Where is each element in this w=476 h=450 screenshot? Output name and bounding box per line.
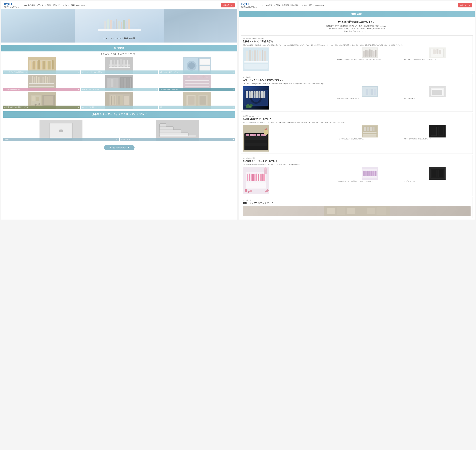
case-study-5: 株式会社Y様 眼鏡・サングラスディスプレイ xyxy=(241,197,473,218)
product-card-7[interactable]: 住宅什器（ドアノブ）展示ディスプレイ xyxy=(3,92,80,109)
case3-sub-text1: レーザーで彫刻しますので自由な雰囲気が可能です。 xyxy=(337,138,403,140)
product-card-4[interactable]: ネイルケア多層陳列ケース xyxy=(3,75,80,91)
svg-rect-1 xyxy=(98,29,141,31)
svg-point-208 xyxy=(250,189,252,192)
case4-sub-text1: ブロックに並べられているので自由にレイアウトすることができます。 xyxy=(337,180,403,182)
svg-rect-158 xyxy=(263,91,265,98)
product-grid: ファーバーカステル色鉛筆陳列ケース シリーズコスメティックス陳列台 xyxy=(1,57,237,109)
product-card-8[interactable]: LED スタンガン展示ケース xyxy=(81,92,158,109)
svg-rect-22 xyxy=(42,61,43,70)
svg-rect-187 xyxy=(264,132,268,132)
svg-rect-233 xyxy=(373,171,375,176)
svg-rect-229 xyxy=(365,171,366,176)
svg-rect-142 xyxy=(433,49,436,54)
right-page: D@ILE DISPLAY PROVIDERDAILE COMPANY LIMI… xyxy=(239,1,475,219)
nav-equipment[interactable]: 加工設備／法用事例 xyxy=(36,4,51,6)
svg-rect-27 xyxy=(50,61,51,70)
svg-rect-67 xyxy=(124,78,126,88)
svg-rect-213 xyxy=(249,174,250,181)
svg-rect-4 xyxy=(107,19,109,29)
nav-privacy[interactable]: Privacy Policy xyxy=(76,5,87,6)
intro-desc: 過去数十年、アクリル製陳列什器を専門として、数多くの実績を積み重ねてまいりました… xyxy=(242,25,471,33)
svg-rect-30 xyxy=(109,67,130,68)
svg-rect-45 xyxy=(200,59,210,65)
svg-rect-204 xyxy=(439,127,443,135)
svg-rect-91 xyxy=(117,95,123,105)
nav-process-right[interactable]: 製作の流れ xyxy=(290,4,299,6)
svg-rect-152 xyxy=(249,91,250,98)
case1-sub-img1 xyxy=(337,47,403,58)
svg-rect-6 xyxy=(113,21,115,29)
svg-rect-12 xyxy=(128,19,130,29)
nav-top-right[interactable]: Top xyxy=(261,5,264,6)
case2-sub-img2 xyxy=(404,86,470,97)
product-card-6[interactable]: ジェルネイル陳列／台座ケース xyxy=(159,75,235,91)
standard-card-1[interactable]: 標準箱 xyxy=(3,120,119,141)
svg-rect-108 xyxy=(49,123,50,139)
product-card-3[interactable]: カラーコンタクトディスプレイ xyxy=(159,57,235,74)
more-products-button[interactable]: その他の製品を見る ▶ xyxy=(104,145,134,150)
svg-rect-239 xyxy=(432,170,436,177)
svg-rect-133 xyxy=(367,50,369,57)
svg-rect-156 xyxy=(259,91,261,98)
svg-rect-168 xyxy=(374,89,376,95)
product-card-1[interactable]: ファーバーカステル色鉛筆陳列ケース xyxy=(3,57,80,74)
svg-rect-180 xyxy=(246,134,249,136)
section-subtitle: 多彩なジャンルに対応するアクリルディスプレイ xyxy=(1,53,237,55)
case1-sub-col1: 商品点数やレイアウト変更にフレキシブルに対応できるようパーツを分割しています。 xyxy=(337,47,403,71)
svg-rect-118 xyxy=(244,61,267,62)
svg-text:TONER: TONER xyxy=(435,54,440,56)
svg-rect-135 xyxy=(371,50,372,57)
svg-rect-230 xyxy=(367,171,369,176)
product-label-6: ジェルネイル陳列／台座ケース xyxy=(159,88,235,91)
contact-button-right[interactable]: お問い合わせ xyxy=(458,3,472,7)
svg-rect-194 xyxy=(363,134,377,135)
nav-faq-right[interactable]: よくあるご質問 xyxy=(300,4,312,6)
right-section-banner: 制作実績 xyxy=(239,11,475,17)
nav-works[interactable]: 制作実績 xyxy=(28,4,35,6)
svg-rect-153 xyxy=(251,91,253,98)
svg-rect-5 xyxy=(110,20,112,29)
svg-rect-242 xyxy=(327,208,335,214)
case3-sub-text2: 分解できるので陳列時に一部の交換で対応できます。 xyxy=(404,138,470,140)
product-card-5[interactable]: 2WAY 加工ディスプレイケース xyxy=(81,75,158,91)
hero-section: ディスプレイが創る魅惑の空間 xyxy=(1,9,237,42)
svg-rect-82 xyxy=(32,96,35,101)
logo-subtitle: DISPLAY PROVIDERDAILE COMPANY LIMITED xyxy=(4,6,20,8)
svg-rect-124 xyxy=(259,51,261,61)
standard-card-2[interactable]: 透明ディスプレイ xyxy=(120,120,235,141)
nav-equipment-right[interactable]: 加工設備／法用事例 xyxy=(274,4,289,6)
nav-process[interactable]: 製作の流れ xyxy=(53,4,61,6)
svg-rect-120 xyxy=(249,50,251,61)
svg-rect-122 xyxy=(254,50,256,61)
case-desc-2: LEDを使用したPOPを発光させることによって店舗内での存在感を高めます。小ロッ… xyxy=(243,83,470,85)
svg-rect-20 xyxy=(38,60,40,70)
svg-point-77 xyxy=(203,75,205,77)
svg-rect-69 xyxy=(130,78,131,88)
svg-point-42 xyxy=(188,62,195,69)
logo-subtitle-right: DISPLAY PROVIDERDAILE COMPANY LIMITED xyxy=(241,6,257,8)
logo-text-right: D@ILE xyxy=(241,3,257,6)
case-header-3: 株式会社DURY JAPAN様 DASHING DIVAディスプレイ 高強度を演… xyxy=(243,115,470,124)
svg-point-86 xyxy=(35,104,36,106)
case1-sub-col2: CLEAR TONER 商品名はUVダイレクト印刷です。小ロットでも対応できます… xyxy=(404,47,470,71)
svg-rect-110 xyxy=(59,130,63,132)
svg-point-75 xyxy=(193,76,195,77)
svg-rect-92 xyxy=(124,96,129,105)
svg-rect-216 xyxy=(254,174,255,181)
nav-faq[interactable]: よくあるご質問 xyxy=(63,4,75,6)
nav-works-right[interactable]: 制作実績 xyxy=(266,4,272,6)
case2-sub-text2: サイズ400×220×350 xyxy=(404,98,470,100)
case-title-5: 眼鏡・サングラスディスプレイ xyxy=(243,202,470,205)
product-card-2[interactable]: シリーズコスメティックス陳列台 xyxy=(81,57,158,74)
svg-rect-64 xyxy=(110,79,113,87)
nav-privacy-right[interactable]: Privacy Policy xyxy=(313,5,324,6)
svg-rect-136 xyxy=(373,51,375,57)
svg-point-161 xyxy=(249,106,252,108)
case4-sub-col2: サイズ129×197×123 xyxy=(404,167,470,194)
product-card-9[interactable]: 什器ケース xyxy=(159,92,235,109)
standard-label-1: 標準箱 xyxy=(3,138,119,141)
contact-button-left[interactable]: お問い合わせ xyxy=(221,3,235,7)
svg-rect-36 xyxy=(123,60,125,67)
nav-top[interactable]: Top xyxy=(24,5,27,6)
